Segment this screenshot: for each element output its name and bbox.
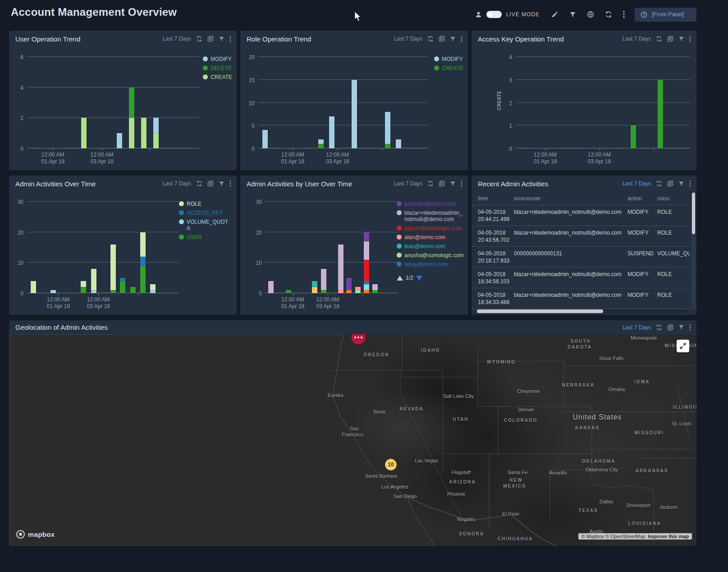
map-label-state: IDAHO [421, 348, 440, 353]
map-label-city: El Paso [502, 511, 519, 517]
kebab-menu-icon[interactable] [229, 36, 231, 42]
y-axis-tick-label: 20 [10, 229, 23, 235]
legend-item[interactable]: prashant@demo.com [397, 201, 464, 207]
copy-icon[interactable] [207, 36, 214, 42]
map-label-state: SOUTH [571, 339, 591, 344]
map-cluster-marker[interactable]: 10 [385, 459, 397, 471]
legend-item[interactable]: VOLUME_QUOTA [179, 219, 231, 231]
bar-segment [364, 241, 369, 260]
table-row[interactable]: 04-05-201818:34:33.488blazar+nitedemoadm… [472, 288, 696, 309]
bar-segment [129, 88, 134, 118]
bar-segment [355, 287, 361, 290]
time-range-selector[interactable]: [From Panel] [635, 8, 696, 22]
panel-time-range-link[interactable]: Last 7 Days [623, 180, 651, 187]
kebab-menu-icon[interactable] [689, 180, 691, 187]
live-mode-toggle[interactable] [486, 11, 502, 18]
scrollbar-thumb[interactable] [692, 193, 695, 234]
refresh-icon[interactable] [656, 180, 662, 187]
legend-item[interactable]: tanay@demo.com [397, 261, 464, 268]
cell-time: 04-05-201820:44:21.499 [478, 208, 514, 222]
filter-icon[interactable] [678, 36, 684, 42]
improve-map-link[interactable]: Improve this map [648, 534, 689, 539]
legend-item[interactable]: CREATE [203, 74, 232, 80]
panel-controls: Last 7 Days [623, 36, 691, 42]
filter-icon[interactable] [678, 181, 684, 187]
map-label-state: MISSOURI [634, 430, 664, 435]
filter-icon[interactable] [678, 324, 684, 330]
gridline [258, 102, 428, 103]
legend-page-up-icon[interactable] [397, 276, 403, 281]
attribution-text[interactable]: © Mapbox © OpenStreetMap [581, 534, 646, 539]
bar-segment [110, 244, 116, 291]
table-header-row: timesourceuseractionclass [472, 192, 696, 205]
bar-segment [31, 281, 36, 293]
refresh-icon[interactable] [196, 180, 202, 187]
live-mode-group: LIVE MODE [475, 11, 540, 18]
copy-icon[interactable] [667, 324, 673, 331]
globe-icon[interactable] [587, 11, 594, 18]
copy-icon[interactable] [439, 180, 445, 187]
kebab-menu-icon[interactable] [689, 324, 691, 331]
legend-item[interactable]: MODIFY [203, 56, 232, 62]
filter-icon[interactable] [450, 181, 456, 187]
legend-item[interactable]: tkao@demo.com [397, 243, 464, 249]
table-column-header[interactable]: time [478, 195, 514, 202]
refresh-icon[interactable] [427, 36, 434, 42]
legend-item[interactable]: USER [179, 234, 231, 240]
legend-item[interactable]: MODIFY [434, 56, 463, 62]
toggle-knob [487, 11, 493, 18]
legend-item[interactable]: ROLE [179, 201, 231, 207]
legend-item[interactable]: CREATE [434, 65, 463, 71]
legend-item[interactable]: piyush@sumologic.com [397, 225, 464, 231]
kebab-menu-icon[interactable] [689, 36, 691, 42]
vertical-scrollbar[interactable] [691, 192, 696, 309]
filter-icon[interactable] [450, 36, 456, 42]
legend-item[interactable]: ACCESS_KEY [179, 210, 231, 216]
table-row[interactable]: 04-05-201818:34:56.103blazar+nitedemoadm… [472, 268, 696, 288]
refresh-icon[interactable] [605, 11, 612, 18]
legend-item[interactable]: blazar+nitedemoadmin_notmulti@demo.com [397, 210, 464, 222]
table-column-header[interactable]: class [657, 195, 690, 202]
bar-segment [81, 281, 86, 287]
table-column-header[interactable]: sourceuser [514, 195, 627, 202]
copy-icon[interactable] [667, 36, 673, 42]
map[interactable]: MinneapolisSOUTHDAKOTAWISCONSINSioux Fal… [9, 334, 696, 546]
table-row[interactable]: 04-05-201820:43:56.702blazar+nitedemoadm… [472, 226, 696, 247]
legend-dot [179, 219, 184, 224]
kebab-menu-icon[interactable] [461, 180, 462, 187]
legend-item[interactable]: DELETE [203, 65, 232, 71]
filter-icon[interactable] [219, 181, 224, 187]
scrollbar-thumb[interactable] [477, 309, 603, 313]
table-row[interactable]: 04-05-201820:18:17.9330000000000000131SU… [472, 247, 696, 268]
table-column-header[interactable]: action [627, 195, 657, 202]
filter-icon[interactable] [569, 11, 576, 18]
copy-icon[interactable] [439, 36, 445, 42]
x-axis-tick [102, 148, 102, 151]
mapbox-logo[interactable]: ✹ mapbox [16, 530, 55, 539]
legend-item[interactable]: alan@demo.com [397, 234, 464, 240]
table-row[interactable]: 04-05-201820:44:21.499blazar+nitedemoadm… [472, 205, 696, 226]
refresh-icon[interactable] [656, 36, 662, 42]
horizontal-scrollbar[interactable] [477, 309, 687, 313]
bar-segment [81, 118, 87, 148]
kebab-menu-icon[interactable] [623, 11, 625, 18]
bar-segment [268, 281, 274, 293]
refresh-icon[interactable] [656, 324, 662, 331]
x-axis-tick [382, 148, 382, 151]
fullscreen-button[interactable] [677, 340, 689, 352]
cell-class: ROLE [657, 271, 690, 285]
copy-icon[interactable] [207, 180, 214, 187]
kebab-menu-icon[interactable] [461, 36, 462, 42]
edit-pencil-icon[interactable] [551, 11, 559, 18]
kebab-menu-icon[interactable] [229, 180, 231, 187]
refresh-icon[interactable] [196, 36, 202, 42]
x-axis-tick-label: 12:00 AM03 Apr 18 [87, 296, 110, 310]
panel-time-range-link[interactable]: Last 7 Days [623, 324, 651, 331]
legend-item[interactable]: anusha@sumologic.com [397, 252, 464, 258]
refresh-icon[interactable] [427, 180, 434, 187]
bar-segment [120, 278, 125, 281]
copy-icon[interactable] [667, 180, 673, 187]
legend-page-down-icon[interactable] [416, 276, 422, 281]
panel-header: Access Key Operation Trend Last 7 Days [472, 31, 696, 47]
filter-icon[interactable] [219, 36, 224, 42]
